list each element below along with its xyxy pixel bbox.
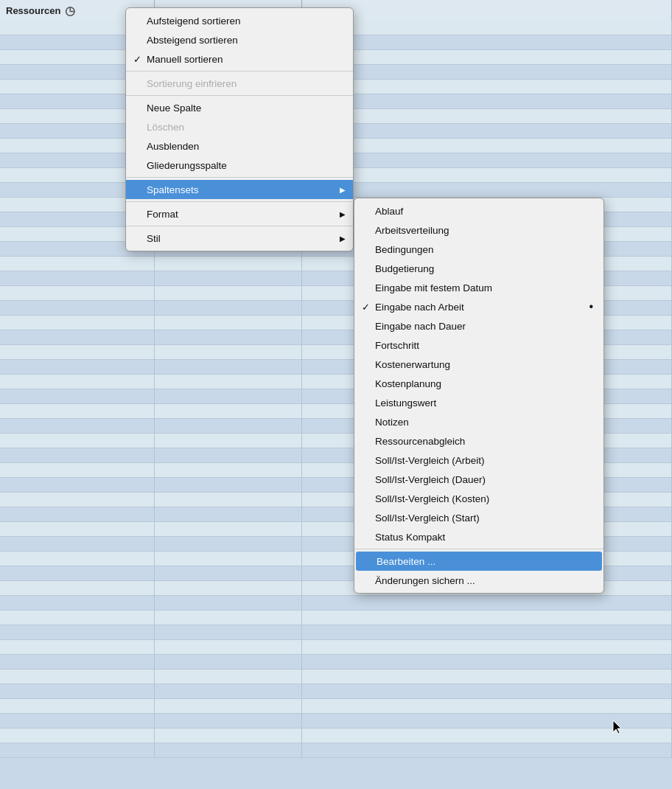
menu-item-sort-freeze: Sortierung einfrieren <box>126 74 353 93</box>
menu-item-aenderungen[interactable]: Änderungen sichern ... <box>354 571 603 590</box>
menu-item-spaltensets[interactable]: Spaltensets <box>126 180 353 199</box>
table-row <box>0 699 672 714</box>
menu-item-soll-ist-dauer[interactable]: Soll/Ist-Vergleich (Dauer) <box>354 470 603 489</box>
table-row <box>0 640 672 655</box>
menu-item-kostenerwartung[interactable]: Kostenerwartung <box>354 355 603 374</box>
menu-item-soll-ist-start[interactable]: Soll/Ist-Vergleich (Start) <box>354 508 603 527</box>
table-row <box>0 625 672 640</box>
menu-item-leistungswert[interactable]: Leistungswert <box>354 393 603 412</box>
menu-item-arbeitsverteilung[interactable]: Arbeitsverteilung <box>354 220 603 240</box>
context-menu-primary: Aufsteigend sortieren Absteigend sortier… <box>125 7 354 251</box>
table-row <box>0 655 672 670</box>
menu-item-new-col[interactable]: Neue Spalte <box>126 98 353 117</box>
table-row <box>0 670 672 684</box>
header-rest <box>302 0 672 21</box>
menu-item-sort-manual[interactable]: Manuell sortieren <box>126 49 353 69</box>
context-menu-secondary: Ablauf Arbeitsverteilung Bedingungen Bud… <box>354 198 604 594</box>
clock-icon: ◷ <box>65 4 75 18</box>
menu-item-hide[interactable]: Ausblenden <box>126 136 353 156</box>
table-row <box>0 714 672 729</box>
menu-item-ressourcenabgleich[interactable]: Ressourcenabgleich <box>354 431 603 451</box>
separator-edit <box>354 549 603 549</box>
menu-item-bedingungen[interactable]: Bedingungen <box>354 240 603 259</box>
table-row <box>0 596 672 611</box>
menu-item-sort-desc[interactable]: Absteigend sortieren <box>126 30 353 49</box>
table-row <box>0 611 672 625</box>
table-row <box>0 684 672 699</box>
separator-1 <box>126 71 353 72</box>
menu-item-notizen[interactable]: Notizen <box>354 412 603 431</box>
separator-5 <box>126 226 353 226</box>
menu-item-outline-col[interactable]: Gliederungsspalte <box>126 156 353 175</box>
menu-item-sort-asc[interactable]: Aufsteigend sortieren <box>126 11 353 30</box>
separator-4 <box>126 201 353 202</box>
menu-item-eingabe-dauer[interactable]: Eingabe nach Dauer <box>354 316 603 336</box>
menu-item-fortschritt[interactable]: Fortschritt <box>354 336 603 355</box>
menu-item-soll-ist-arbeit[interactable]: Soll/Ist-Vergleich (Arbeit) <box>354 451 603 470</box>
menu-item-ablauf[interactable]: Ablauf <box>354 201 603 220</box>
menu-item-soll-ist-kosten[interactable]: Soll/Ist-Vergleich (Kosten) <box>354 489 603 508</box>
menu-item-eingabe-datum[interactable]: Eingabe mit festem Datum <box>354 278 603 297</box>
menu-item-kostenplanung[interactable]: Kostenplanung <box>354 374 603 393</box>
menu-item-budgetierung[interactable]: Budgetierung <box>354 259 603 278</box>
menu-item-delete: Löschen <box>126 117 353 136</box>
separator-3 <box>126 177 353 178</box>
menu-item-stil[interactable]: Stil <box>126 229 353 248</box>
table-row <box>0 743 672 758</box>
menu-item-bearbeiten[interactable]: Bearbeiten ... <box>356 552 602 571</box>
table-row <box>0 729 672 743</box>
menu-item-eingabe-arbeit[interactable]: Eingabe nach Arbeit <box>354 297 603 316</box>
menu-item-status-kompakt[interactable]: Status Kompakt <box>354 527 603 546</box>
separator-2 <box>126 95 353 96</box>
menu-item-format[interactable]: Format <box>126 204 353 223</box>
